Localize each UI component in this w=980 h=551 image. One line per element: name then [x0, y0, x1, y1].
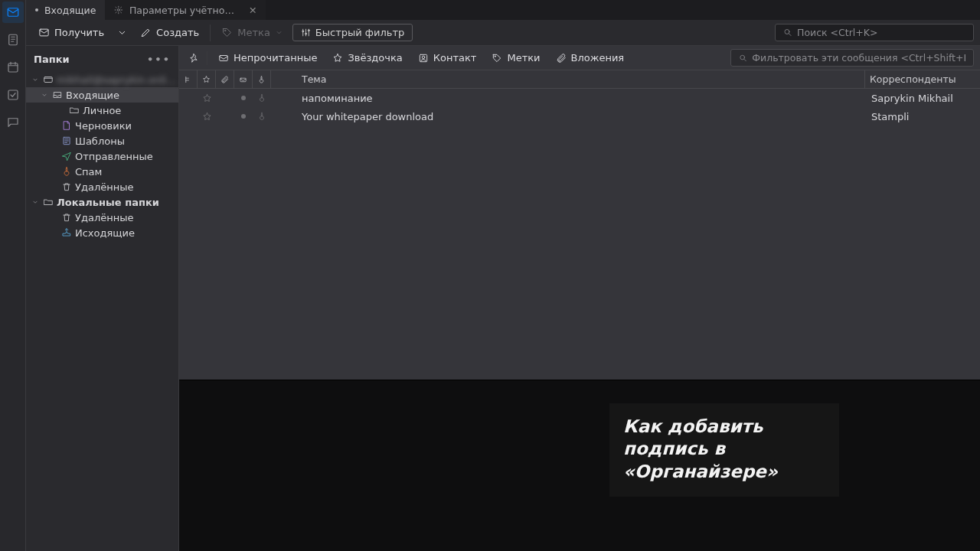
- tree-personal[interactable]: Личное: [26, 103, 178, 118]
- col-star[interactable]: [198, 70, 216, 88]
- activity-calendar-button[interactable]: [2, 57, 24, 78]
- qf-attachments-button[interactable]: Вложения: [550, 50, 631, 66]
- qf-pin-button[interactable]: [185, 51, 202, 66]
- qf-filter-input[interactable]: [752, 52, 965, 64]
- button-label: Получить: [54, 27, 104, 38]
- tree-label: Черновики: [75, 120, 132, 132]
- folder-pane-title: Папки: [34, 54, 70, 65]
- spam-icon: [61, 166, 72, 177]
- tree-label: Исходящие: [75, 227, 135, 239]
- message-pane: Непрочитанные Звёздочка Контакт Метки Вл…: [179, 46, 980, 551]
- tree-label: Спам: [75, 166, 102, 178]
- col-attachment[interactable]: [216, 70, 234, 88]
- quick-filter-toggle[interactable]: Быстрый фильтр: [292, 24, 413, 41]
- tree-label: Удалённые: [75, 181, 133, 193]
- svg-point-16: [495, 55, 495, 56]
- tree-label: Шаблоны: [75, 135, 125, 147]
- tree-account[interactable]: mikhail@saprykin.online: [26, 72, 178, 87]
- thread-icon: [184, 75, 192, 84]
- read-indicator[interactable]: [234, 114, 253, 119]
- activity-addressbook-button[interactable]: [2, 29, 24, 51]
- activity-tasks-button[interactable]: [2, 84, 24, 106]
- paperclip-icon: [220, 75, 229, 84]
- message-correspondent: Saprykin Mikhail: [865, 93, 980, 104]
- qf-unread-button[interactable]: Непрочитанные: [212, 50, 323, 66]
- fire-icon: [257, 75, 266, 84]
- quick-filter-bar: Непрочитанные Звёздочка Контакт Метки Вл…: [179, 46, 980, 70]
- button-label: Метка: [237, 27, 270, 38]
- chevron-down-icon[interactable]: [40, 90, 49, 99]
- col-thread[interactable]: [179, 70, 198, 88]
- trash-icon: [61, 181, 72, 192]
- inbox-icon: [52, 90, 63, 100]
- tree-local-trash[interactable]: Удалённые: [26, 210, 178, 225]
- star-icon: [202, 75, 211, 84]
- drafts-icon: [61, 120, 72, 131]
- tree-drafts[interactable]: Черновики: [26, 118, 178, 133]
- col-unread[interactable]: [234, 70, 253, 88]
- svg-point-6: [225, 30, 227, 31]
- get-messages-button[interactable]: Получить: [32, 24, 110, 41]
- tree-label: Локальные папки: [57, 197, 159, 208]
- tree-trash[interactable]: Удалённые: [26, 179, 178, 194]
- folder-icon: [69, 105, 80, 116]
- compose-button[interactable]: Создать: [134, 24, 205, 41]
- global-search-input[interactable]: [797, 27, 965, 38]
- message-row[interactable]: Your whitepaper download Stampli: [179, 107, 980, 126]
- get-messages-dropdown[interactable]: [113, 24, 131, 41]
- column-label: Корреспонденты: [870, 73, 956, 85]
- fire-icon: [257, 112, 266, 121]
- star-toggle[interactable]: [198, 112, 216, 122]
- chevron-down-icon[interactable]: [31, 75, 40, 84]
- col-spam[interactable]: [253, 70, 271, 88]
- contact-icon: [418, 53, 429, 64]
- qf-starred-button[interactable]: Звёздочка: [326, 50, 408, 66]
- svg-rect-2: [8, 64, 18, 72]
- unsaved-indicator-icon: [35, 8, 38, 11]
- qf-contact-button[interactable]: Контакт: [412, 50, 483, 66]
- qf-label: Контакт: [433, 52, 477, 64]
- star-toggle[interactable]: [198, 93, 216, 103]
- tab-account-settings[interactable]: Параметры учётной запис ✕: [105, 0, 266, 20]
- folder-pane-options-button[interactable]: •••: [147, 54, 171, 65]
- message-row[interactable]: напоминание Saprykin Mikhail: [179, 89, 980, 107]
- qf-label: Звёздочка: [348, 52, 402, 64]
- main-toolbar: Получить Создать Метка Быстрый фильтр: [26, 20, 980, 46]
- activity-chat-button[interactable]: [2, 112, 24, 133]
- folder-icon: [43, 197, 54, 207]
- tab-inbox[interactable]: Входящие: [26, 0, 105, 20]
- tree-inbox[interactable]: Входящие: [26, 87, 178, 103]
- activity-mail-button[interactable]: [2, 2, 24, 23]
- dot-icon: [239, 75, 247, 84]
- folder-pane: Папки ••• mikhail@saprykin.online Входящ…: [26, 46, 179, 551]
- svg-point-4: [118, 9, 120, 11]
- col-subject[interactable]: Тема: [271, 70, 865, 88]
- read-indicator[interactable]: [234, 96, 253, 100]
- close-icon[interactable]: ✕: [249, 5, 256, 16]
- chevron-down-icon[interactable]: [31, 197, 40, 207]
- spam-toggle[interactable]: [253, 93, 271, 103]
- star-icon: [202, 93, 212, 103]
- global-search[interactable]: [775, 24, 974, 41]
- spam-toggle[interactable]: [253, 112, 271, 121]
- qf-label: Метки: [507, 52, 540, 64]
- tree-sent[interactable]: Отправленные: [26, 148, 178, 164]
- tag-button[interactable]: Метка: [215, 24, 289, 41]
- tree-templates[interactable]: Шаблоны: [26, 133, 178, 148]
- svg-point-10: [785, 29, 789, 34]
- tree-spam[interactable]: Спам: [26, 164, 178, 179]
- tree-local-folders[interactable]: Локальные папки: [26, 194, 178, 210]
- separator: [210, 24, 211, 41]
- folder-pane-header: Папки •••: [26, 46, 178, 72]
- svg-rect-11: [44, 77, 52, 83]
- activity-bar: [0, 0, 26, 551]
- star-icon: [332, 53, 343, 64]
- envelope-icon: [218, 53, 229, 64]
- gear-icon: [114, 5, 123, 15]
- tree-label: Входящие: [66, 90, 119, 101]
- tree-outbox[interactable]: Исходящие: [26, 225, 178, 240]
- svg-rect-3: [8, 90, 18, 99]
- col-correspondents[interactable]: Корреспонденты: [865, 70, 980, 88]
- qf-tags-button[interactable]: Метки: [485, 50, 546, 66]
- qf-filter-search[interactable]: [730, 49, 974, 67]
